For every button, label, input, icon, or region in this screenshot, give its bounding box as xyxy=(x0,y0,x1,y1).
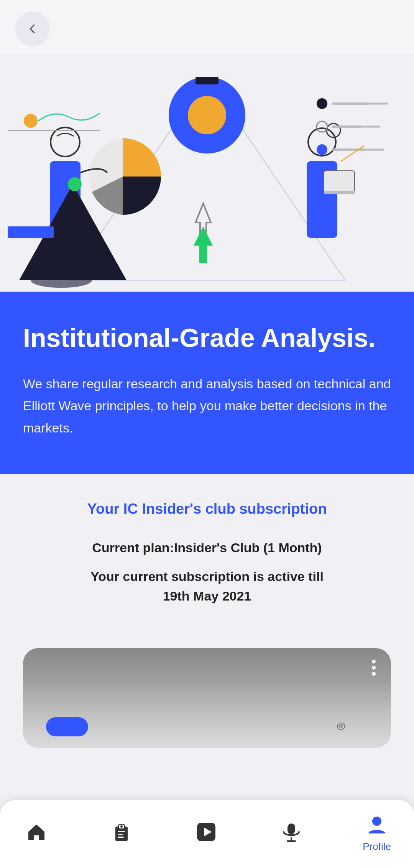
current-plan-label: Current plan: xyxy=(92,540,174,555)
active-till: Your current subscription is active till… xyxy=(23,567,391,606)
svg-point-41 xyxy=(372,817,381,826)
back-button[interactable] xyxy=(15,12,50,46)
nav-item-home[interactable] xyxy=(23,818,50,845)
svg-point-24 xyxy=(317,144,327,155)
current-plan: Current plan:Insider's Club (1 Month) xyxy=(23,540,391,555)
profile-label: Profile xyxy=(363,841,391,853)
three-dots-menu[interactable] xyxy=(372,660,376,676)
clipboard-icon xyxy=(108,818,135,845)
svg-rect-14 xyxy=(8,226,54,238)
hero-illustration xyxy=(0,54,414,292)
nav-item-play[interactable] xyxy=(193,818,220,845)
subscription-title: Your IC Insider's club subscription xyxy=(23,501,391,517)
main-description: We share regular research and analysis b… xyxy=(23,373,391,439)
bottom-card-preview: ® xyxy=(23,648,391,748)
card-content xyxy=(23,679,391,748)
active-till-date: 19th May 2021 xyxy=(163,589,251,603)
svg-rect-35 xyxy=(118,837,124,838)
svg-rect-12 xyxy=(324,191,355,194)
svg-point-15 xyxy=(68,177,82,191)
blue-section: Institutional-Grade Analysis. We share r… xyxy=(0,292,414,474)
svg-point-18 xyxy=(317,98,327,109)
svg-rect-33 xyxy=(118,831,125,832)
main-heading: Institutional-Grade Analysis. xyxy=(23,322,391,354)
subscription-details: Current plan:Insider's Club (1 Month) Yo… xyxy=(23,540,391,606)
svg-point-3 xyxy=(188,96,226,134)
svg-rect-38 xyxy=(288,823,295,834)
home-icon xyxy=(23,818,50,845)
nav-item-profile[interactable]: Profile xyxy=(363,811,391,853)
profile-icon xyxy=(363,811,390,838)
current-plan-value: Insider's Club (1 Month) xyxy=(174,540,322,555)
bottom-navigation: Profile xyxy=(0,800,414,868)
active-till-line1: Your current subscription is active till xyxy=(90,569,324,584)
card-blue-button[interactable] xyxy=(46,717,88,736)
svg-rect-11 xyxy=(324,171,355,192)
play-icon xyxy=(193,818,220,845)
svg-rect-4 xyxy=(196,77,219,84)
registered-mark: ® xyxy=(337,720,345,733)
bottom-card-wrapper: ® xyxy=(0,633,414,825)
header xyxy=(0,0,414,54)
nav-item-mic[interactable] xyxy=(278,818,305,845)
svg-point-27 xyxy=(24,114,38,128)
mic-icon xyxy=(278,818,305,845)
svg-rect-34 xyxy=(118,834,123,835)
nav-item-reports[interactable] xyxy=(108,818,135,845)
svg-point-32 xyxy=(120,825,123,828)
subscription-section: Your IC Insider's club subscription Curr… xyxy=(0,474,414,633)
